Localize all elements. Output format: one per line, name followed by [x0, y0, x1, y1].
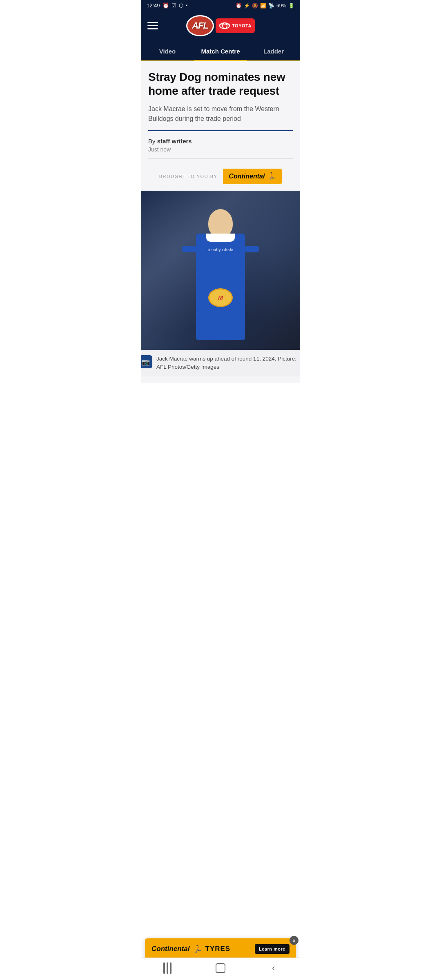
- status-battery-icon: 🔋: [288, 3, 294, 9]
- player-body: Deadly Choic M: [196, 234, 245, 340]
- sponsor-label: BROUGHT TO YOU BY: [159, 174, 218, 179]
- tab-match-centre[interactable]: Match Centre: [194, 42, 247, 60]
- byline-prefix: By: [148, 138, 157, 145]
- player-leg-left: [200, 307, 216, 340]
- toyota-icon: [219, 22, 230, 30]
- status-bluetooth-icon: ⚡: [244, 3, 250, 9]
- player-ball: M: [208, 288, 233, 307]
- continental-run-icon: 🏃: [267, 172, 276, 181]
- afl-logo[interactable]: AFL TOYOTA: [186, 15, 255, 36]
- hamburger-menu[interactable]: [147, 22, 158, 29]
- continental-brand-text: Continental: [229, 173, 265, 180]
- status-wifi-icon: 📶: [260, 3, 266, 9]
- player-image: Deadly Choic M 📷 Jack Macrae warms: [141, 191, 300, 376]
- status-left: 12:49 ⏰ ☑ ⬡ •: [147, 2, 187, 9]
- nav-tabs: Video Match Centre Ladder: [141, 42, 300, 61]
- caption-text: Jack Macrae warms up ahead of round 11, …: [156, 355, 300, 372]
- article-content: Stray Dog nominates new home after trade…: [141, 61, 300, 383]
- status-signal-icon: 📡: [268, 3, 274, 9]
- player-legs: [196, 307, 245, 340]
- toyota-badge: TOYOTA: [216, 18, 255, 33]
- article-byline: By staff writers: [148, 138, 293, 145]
- status-mute-icon: 🔕: [252, 3, 258, 9]
- player-figure: Deadly Choic M: [176, 201, 265, 340]
- status-alarm2-icon: ⏰: [236, 3, 242, 9]
- image-caption: 📷 Jack Macrae warms up ahead of round 11…: [141, 350, 300, 376]
- blue-divider: [148, 130, 293, 131]
- player-arm-left: [182, 246, 196, 252]
- sponsor-row: BROUGHT TO YOU BY Continental 🏃: [148, 165, 293, 191]
- status-afl-icon: ⬡: [179, 2, 183, 9]
- status-bar: 12:49 ⏰ ☑ ⬡ • ⏰ ⚡ 🔕 📶 📡 69% 🔋: [141, 0, 300, 11]
- camera-icon: 📷: [142, 358, 150, 366]
- afl-text: AFL: [192, 20, 208, 31]
- continental-sponsor-badge[interactable]: Continental 🏃: [223, 169, 282, 184]
- status-check-icon: ☑: [172, 2, 176, 9]
- tab-video[interactable]: Video: [141, 42, 194, 60]
- player-arm-right: [245, 246, 259, 252]
- status-time: 12:49: [147, 2, 160, 9]
- player-collar: [206, 234, 235, 242]
- player-jersey-text: Deadly Choic: [207, 248, 233, 252]
- app-header: AFL TOYOTA: [141, 11, 300, 42]
- status-battery: 69%: [276, 3, 286, 9]
- article-headline: Stray Dog nominates new home after trade…: [148, 70, 293, 98]
- article-subheadline: Jack Macrae is set to move from the West…: [148, 104, 293, 124]
- status-right: ⏰ ⚡ 🔕 📶 📡 69% 🔋: [236, 3, 294, 9]
- camera-icon-wrap: 📷: [141, 355, 152, 368]
- player-leg-right: [225, 307, 241, 340]
- status-dot: •: [186, 2, 188, 9]
- toyota-text: TOYOTA: [232, 23, 252, 28]
- mcd-logo: M: [218, 294, 223, 301]
- player-image-bg: Deadly Choic M: [141, 191, 300, 350]
- thin-divider: [148, 158, 293, 159]
- status-alarm-icon: ⏰: [163, 2, 169, 9]
- afl-badge: AFL: [186, 15, 214, 36]
- tab-ladder[interactable]: Ladder: [247, 42, 300, 60]
- article-timestamp: Just now: [148, 146, 293, 153]
- byline-name: staff writers: [157, 138, 192, 145]
